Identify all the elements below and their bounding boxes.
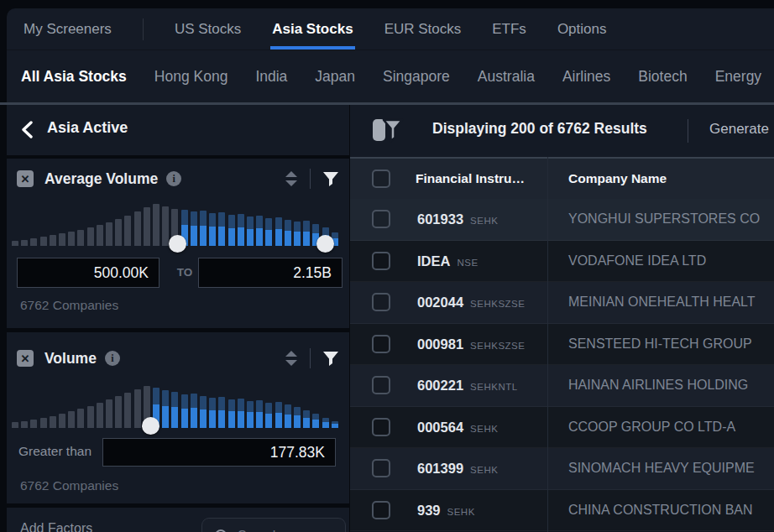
table-row[interactable]: 002044SEHKSZSEMEINIAN ONEHEALTH HEALT	[350, 282, 774, 324]
ticker: 601399	[417, 461, 463, 476]
subnav-singapore[interactable]: Singapore	[383, 68, 450, 86]
filter-funnel-icon[interactable]	[322, 171, 339, 187]
row-checkbox[interactable]	[372, 501, 390, 519]
company-name-cell: CHINA CONSTRUCTION BAN	[568, 503, 753, 518]
factor-search-box[interactable]: Search...	[201, 518, 346, 532]
company-name-cell: SINOMACH HEAVY EQUIPME	[568, 461, 755, 476]
generate-button[interactable]: Generate	[709, 121, 769, 138]
tab-etfs[interactable]: ETFs	[492, 8, 526, 50]
max-value-input[interactable]	[198, 258, 343, 288]
results-header: Displaying 200 of 6762 Results Generate	[350, 105, 774, 157]
remove-filter-button[interactable]: ✕	[17, 350, 34, 367]
row-checkbox[interactable]	[372, 335, 390, 353]
tab-my-screeners[interactable]: My Screeners	[24, 8, 112, 50]
row-checkbox[interactable]	[372, 418, 390, 436]
row-checkbox[interactable]	[372, 459, 390, 477]
slider-handle[interactable]	[169, 235, 186, 253]
column-financial-instrument[interactable]: Financial Instru…	[416, 171, 525, 186]
tab-options[interactable]: Options	[557, 8, 607, 50]
tab-us-stocks[interactable]: US Stocks	[175, 8, 241, 50]
row-checkbox[interactable]	[372, 376, 390, 394]
screener-tab-bar: My ScreenersUS StocksAsia StocksEUR Stoc…	[7, 8, 774, 50]
row-checkbox[interactable]	[372, 252, 390, 270]
histogram-bar	[97, 403, 103, 428]
collapse-sort-icon[interactable]	[285, 170, 298, 187]
financial-instrument-cell: 939SEHK	[417, 502, 475, 518]
exchange: NSE	[457, 257, 478, 267]
histogram-range-slider[interactable]	[12, 197, 341, 246]
collapse-sort-icon[interactable]	[285, 350, 298, 367]
filter-results-icon[interactable]	[372, 117, 404, 143]
results-summary: Displaying 200 of 6762 Results	[432, 120, 647, 138]
subnav-hong-kong[interactable]: Hong Kong	[154, 68, 228, 86]
histogram-bar	[106, 222, 112, 246]
results-table-body: 601933SEHKYONGHUI SUPERSTORES COIDEANSEV…	[350, 199, 774, 532]
add-factors-label[interactable]: Add Factors	[20, 521, 92, 532]
exchange: SEHK	[470, 465, 498, 475]
histogram-bar	[68, 232, 75, 246]
table-row[interactable]: 000564SEHKCCOOP GROUP CO LTD-A	[350, 407, 774, 449]
financial-instrument-cell: 000981SEHKSZSE	[417, 336, 525, 352]
divider	[310, 169, 311, 189]
subnav-australia[interactable]: Australia	[478, 68, 535, 86]
table-header: Financial Instru… Company Name	[350, 157, 774, 199]
financial-instrument-cell: 601399SEHK	[417, 461, 498, 477]
ticker: 002044	[417, 295, 463, 310]
results-panel: Displaying 200 of 6762 Results Generate …	[350, 105, 774, 532]
histogram-bar	[303, 221, 310, 246]
slider-handle[interactable]	[142, 417, 160, 435]
screen-title-header: Asia Active	[7, 105, 349, 155]
histogram-range-slider[interactable]	[12, 379, 341, 428]
threshold-value-input[interactable]	[102, 438, 336, 467]
divider	[688, 119, 688, 143]
histogram-bar	[238, 399, 244, 428]
table-row[interactable]: IDEANSEVODAFONE IDEA LTD	[350, 241, 774, 283]
info-icon[interactable]: i	[166, 171, 181, 186]
table-row[interactable]: 600221SEHKNTLHAINAN AIRLINES HOLDING	[350, 365, 774, 407]
histogram-bar	[275, 402, 282, 428]
subnav-airlines[interactable]: Airlines	[562, 68, 610, 86]
subnav-biotech[interactable]: Biotech	[638, 68, 687, 86]
row-checkbox[interactable]	[372, 293, 390, 311]
subnav-japan[interactable]: Japan	[315, 68, 355, 86]
table-row[interactable]: 000981SEHKSZSESENSTEED HI-TECH GROUP	[350, 324, 774, 366]
screen-title: Asia Active	[47, 119, 128, 137]
table-row[interactable]: 601933SEHKYONGHUI SUPERSTORES CO	[350, 199, 774, 241]
financial-instrument-cell: 601933SEHK	[417, 211, 498, 227]
filters-footer: Add Factors Search...	[7, 508, 349, 532]
divider	[143, 18, 144, 40]
filter-title: Volume	[44, 350, 97, 368]
select-all-checkbox[interactable]	[372, 170, 390, 188]
company-name-cell: HAINAN AIRLINES HOLDING	[568, 378, 748, 393]
slider-handle[interactable]	[316, 235, 334, 253]
subnav-india[interactable]: India	[255, 68, 287, 86]
back-chevron-icon[interactable]	[20, 121, 34, 138]
column-company-name[interactable]: Company Name	[568, 171, 667, 186]
tab-asia-stocks[interactable]: Asia Stocks	[272, 8, 353, 50]
histogram-bar	[68, 411, 75, 428]
ticker: 000564	[417, 419, 463, 434]
ticker: 939	[417, 502, 441, 517]
remove-filter-button[interactable]: ✕	[17, 170, 34, 187]
info-icon[interactable]: i	[105, 351, 120, 366]
table-row[interactable]: 939SEHKCHINA CONSTRUCTION BAN	[350, 490, 774, 532]
table-row[interactable]: 601399SEHKSINOMACH HEAVY EQUIPME	[350, 448, 774, 490]
row-checkbox[interactable]	[372, 210, 390, 228]
histogram-bar	[124, 216, 131, 246]
histogram-bar	[238, 214, 244, 246]
subnav-all-asia-stocks[interactable]: All Asia Stocks	[21, 68, 127, 86]
filter-funnel-icon[interactable]	[322, 351, 339, 367]
subnav-energy[interactable]: Energy	[715, 68, 761, 86]
tab-eur-stocks[interactable]: EUR Stocks	[384, 8, 462, 50]
histogram-bar	[171, 392, 178, 428]
histogram-bar	[256, 216, 263, 246]
histogram-bar	[209, 213, 216, 246]
histogram-bar	[247, 401, 254, 428]
company-name-cell: VODAFONE IDEA LTD	[568, 253, 706, 269]
histogram-bar	[256, 400, 263, 428]
financial-instrument-cell: IDEANSE	[417, 253, 479, 269]
histogram-bar	[218, 397, 225, 428]
exchange: SEHK	[447, 506, 475, 516]
min-value-input[interactable]	[17, 258, 160, 288]
financial-instrument-cell: 000564SEHK	[417, 419, 498, 435]
